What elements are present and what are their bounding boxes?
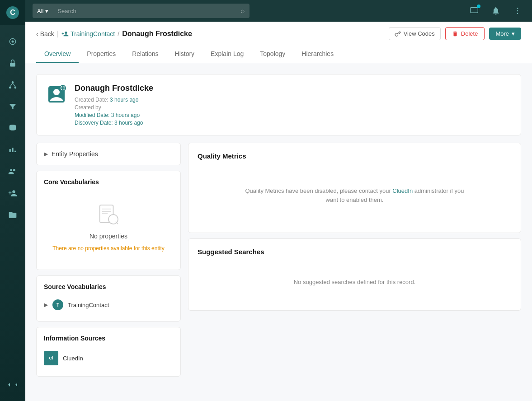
breadcrumb: ‹ Back | TrainingContact / Donaugh Frost… <box>36 30 192 38</box>
database-icon <box>8 124 17 133</box>
tab-overview[interactable]: Overview <box>36 46 79 63</box>
topbar: All ▾ ⌕ <box>25 0 532 22</box>
cluedin-link[interactable]: CluedIn <box>392 187 413 194</box>
view-codes-button[interactable]: View Codes <box>389 27 441 40</box>
users-icon <box>8 167 17 176</box>
breadcrumb-parent-label: TrainingContact <box>71 30 115 37</box>
core-vocabularies-section: Core Vocabularies No properties <box>36 171 181 270</box>
monitor-icon-btn[interactable] <box>467 4 481 18</box>
suggested-searches-body: No suggested searches defined for this r… <box>198 263 512 301</box>
discovery-date-label: Discovery Date: <box>75 120 113 126</box>
vocab-name: TrainingContact <box>68 302 109 308</box>
network-icon <box>8 80 17 89</box>
entity-properties-chevron: ▶ <box>44 151 48 157</box>
sidebar-item-filter[interactable] <box>4 98 22 116</box>
back-chevron-icon: ‹ <box>36 30 38 37</box>
svg-line-6 <box>10 83 13 87</box>
no-properties-desc: There are no properties available for th… <box>52 245 164 252</box>
sidebar-item-home[interactable] <box>4 33 22 51</box>
sidebar-item-analytics[interactable] <box>4 141 22 159</box>
suggested-searches-title: Suggested Searches <box>198 248 512 256</box>
sidebar-item-users[interactable] <box>4 163 22 181</box>
no-properties-container: No properties There are no properties av… <box>44 191 173 262</box>
quality-metrics-title: Quality Metrics <box>198 152 512 160</box>
tabs: Overview Properties Relations History Ex… <box>36 46 521 63</box>
svg-point-11 <box>517 10 518 12</box>
quality-metrics-card: Quality Metrics Quality Metrics have bee… <box>188 143 521 233</box>
info-source-cluedin: Cl CluedIn <box>44 347 173 369</box>
svg-point-5 <box>14 87 16 88</box>
search-input[interactable] <box>57 8 240 14</box>
page-header: ‹ Back | TrainingContact / Donaugh Frost… <box>25 22 532 63</box>
vocab-item-training-contact[interactable]: ▶ T TrainingContact <box>44 296 173 314</box>
search-type-dropdown[interactable]: All ▾ <box>33 4 53 18</box>
bell-icon <box>491 6 500 15</box>
more-label: More <box>495 30 509 37</box>
sidebar-logo[interactable]: C <box>0 0 25 25</box>
svg-point-1 <box>12 41 14 43</box>
entity-properties-header[interactable]: ▶ Entity Properties <box>44 150 173 158</box>
logo-icon: C <box>6 6 19 19</box>
right-column: Quality Metrics Quality Metrics have bee… <box>188 143 521 311</box>
svg-line-7 <box>13 83 15 87</box>
created-date-label: Created Date: <box>75 97 108 103</box>
no-properties-icon <box>96 202 121 227</box>
sidebar-nav <box>4 25 22 376</box>
created-date-value: 3 hours ago <box>110 97 138 103</box>
breadcrumb-parent-link[interactable]: TrainingContact <box>61 30 115 37</box>
modified-date-value: 3 hours ago <box>111 112 140 118</box>
more-options-btn[interactable] <box>510 4 525 18</box>
tab-properties[interactable]: Properties <box>79 46 124 63</box>
entity-icon <box>46 84 67 105</box>
breadcrumb-separator: | <box>57 30 59 38</box>
tab-relations[interactable]: Relations <box>124 46 166 63</box>
two-column-layout: ▶ Entity Properties Core Vocabularies <box>36 143 521 377</box>
tab-history[interactable]: History <box>167 46 203 63</box>
suggested-searches-card: Suggested Searches No suggested searches… <box>188 238 521 311</box>
information-sources-title: Information Sources <box>44 335 173 342</box>
created-by-label: Created by <box>75 104 101 111</box>
content-area: ‹ Back | TrainingContact / Donaugh Frost… <box>25 22 532 401</box>
svg-rect-9 <box>471 8 478 13</box>
no-properties-label: No properties <box>89 233 127 240</box>
header-actions: View Codes Delete More ▾ <box>389 27 521 40</box>
info-source-name: CluedIn <box>63 355 83 362</box>
tab-topology[interactable]: Topology <box>252 46 293 63</box>
entity-person-icon <box>46 84 67 105</box>
tab-hierarchies[interactable]: Hierarchies <box>293 46 342 63</box>
breadcrumb-row: ‹ Back | TrainingContact / Donaugh Frost… <box>36 27 521 40</box>
bell-icon-btn[interactable] <box>489 4 503 18</box>
search-icon: ⌕ <box>240 7 245 15</box>
sidebar-expand-button[interactable] <box>4 376 22 394</box>
svg-point-4 <box>9 87 11 88</box>
dots-vertical-icon <box>513 6 522 15</box>
breadcrumb-slash: / <box>118 30 119 37</box>
back-button[interactable]: ‹ Back <box>36 30 54 37</box>
person-add-small-icon <box>61 30 69 37</box>
svg-point-3 <box>12 82 13 83</box>
lock-icon <box>8 59 17 68</box>
sidebar-bottom <box>4 376 22 401</box>
sidebar-item-person-add[interactable] <box>4 184 22 202</box>
person-add-icon <box>8 189 17 198</box>
main-content: All ▾ ⌕ <box>25 0 532 401</box>
entity-properties-section: ▶ Entity Properties <box>36 143 181 165</box>
tab-explain-log[interactable]: Explain Log <box>202 46 252 63</box>
quality-metrics-body: Quality Metrics have been disabled, plea… <box>198 167 512 224</box>
search-input-wrap: ⌕ <box>53 4 250 18</box>
search-type-label: All <box>37 8 43 14</box>
delete-button[interactable]: Delete <box>445 27 485 40</box>
sidebar-item-lock[interactable] <box>4 54 22 72</box>
entity-name: Donaugh Frostdicke <box>75 84 153 93</box>
sidebar-item-folder[interactable] <box>4 206 22 224</box>
expand-icon2 <box>13 381 20 388</box>
monitor-badge <box>477 5 480 8</box>
sidebar-item-network[interactable] <box>4 76 22 94</box>
delete-label: Delete <box>461 30 478 37</box>
quality-metrics-message: Quality Metrics have been disabled, plea… <box>242 187 468 204</box>
information-sources-section: Information Sources Cl CluedIn <box>36 327 181 377</box>
sidebar-item-database[interactable] <box>4 119 22 137</box>
more-button[interactable]: More ▾ <box>489 28 521 40</box>
home-icon <box>8 37 17 46</box>
svg-rect-2 <box>10 63 15 66</box>
